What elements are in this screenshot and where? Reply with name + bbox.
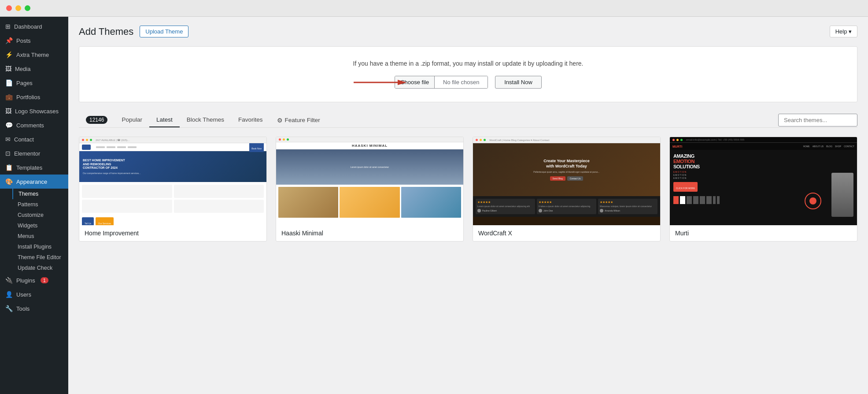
theme-card-murti[interactable]: email:info@example.com | Tel: +55 (45) 5… — [669, 137, 857, 242]
sidebar-item-tools[interactable]: 🔧 Tools — [0, 301, 68, 316]
theme-name-murti: Murti — [670, 225, 857, 241]
mock-dot-yellow-m — [676, 139, 679, 141]
murti-text-emotion: EMOTION — [673, 159, 827, 164]
plugins-badge: 1 — [41, 277, 48, 283]
mock-browser-bar-haaski — [276, 137, 463, 142]
murti-cta-text: CLICK FOR MORE — [676, 187, 695, 190]
mock-browser-bar: 24/7 AVAILABLE | ☎ (315)... — [79, 137, 266, 143]
search-themes-input[interactable] — [778, 114, 857, 126]
maximize-button[interactable] — [25, 5, 30, 11]
submenu-widgets[interactable]: Widgets — [12, 220, 68, 231]
sidebar-item-dashboard[interactable]: ⊞ Dashboard — [0, 19, 68, 33]
sidebar-item-media[interactable]: 🖼 Media — [0, 62, 68, 76]
haaski-thumb-3 — [401, 187, 461, 218]
murti-bar-5 — [700, 196, 705, 204]
sidebar-item-templates[interactable]: 📋 Templates — [0, 160, 68, 175]
sidebar-item-elementor[interactable]: ⊡ Elementor — [0, 146, 68, 160]
wc-avatar-3 — [600, 209, 603, 212]
appearance-icon: 🎨 — [5, 178, 13, 185]
murti-nav-home: HOME — [803, 145, 810, 148]
tab-latest[interactable]: Latest — [149, 113, 180, 127]
murti-bar-7 — [713, 196, 716, 204]
sidebar-item-contact[interactable]: ✉ Contact — [0, 132, 68, 146]
submenu-themes-label: Themes — [18, 191, 38, 197]
wc-card-1-author: Pauline Gilbert — [477, 209, 533, 212]
haaski-hero-text: Lorem ipsum dolor sit amet consectetur — [351, 166, 389, 168]
sidebar-item-comments[interactable]: 💬 Comments — [0, 118, 68, 132]
haaski-thumb-1 — [278, 187, 338, 218]
sidebar-item-logo-showcases[interactable]: 🖼 Logo Showcases — [0, 104, 68, 118]
file-name-placeholder: No file chosen — [435, 76, 488, 88]
mock-dot-red-m — [672, 139, 675, 141]
submenu-customize[interactable]: Customize — [12, 210, 68, 220]
theme-card-haaski[interactable]: HAASKI MINIMAL Lorem ipsum dolor sit ame… — [276, 137, 464, 242]
submenu-theme-file-editor[interactable]: Theme File Editor — [12, 252, 68, 263]
wc-author-1: Pauline Gilbert — [482, 209, 497, 212]
haaski-hero-sub: Lorem ipsum dolor sit amet consectetur — [351, 166, 389, 168]
pages-icon: 📄 — [5, 79, 13, 86]
haaski-hero: Lorem ipsum dolor sit amet consectetur — [276, 149, 463, 185]
haaski-hero-overlay: Lorem ipsum dolor sit amet consectetur — [276, 149, 463, 185]
top-bar: Add Themes Upload Theme Help ▾ — [79, 26, 857, 37]
svg-marker-1 — [398, 80, 406, 85]
submenu-install-plugins[interactable]: Install Plugins — [12, 242, 68, 252]
wc-stars-1: ★★★★★ — [477, 201, 533, 204]
sidebar-item-pages[interactable]: 📄 Pages — [0, 76, 68, 90]
hi-footer-btn1-text: Tell Us — [85, 222, 91, 225]
hi-hero: BEST HOME IMPROVEMENTAND REMODELINGCONTR… — [79, 151, 266, 182]
wc-btn-contact: Contact Us — [567, 176, 584, 181]
file-upload-container: Choose file No file chosen Install Now — [88, 76, 848, 89]
tab-feature-filter-label: Feature Filter — [285, 117, 320, 123]
minimize-button[interactable] — [15, 5, 21, 11]
install-now-button[interactable]: Install Now — [495, 76, 542, 89]
murti-bar-3 — [687, 196, 692, 204]
mock-dot-green-h — [287, 138, 289, 141]
sidebar-label-dashboard: Dashboard — [14, 23, 42, 30]
tab-favorites[interactable]: Favorites — [231, 113, 270, 127]
arrow-svg — [354, 77, 406, 88]
close-button[interactable] — [6, 5, 12, 11]
tab-popular[interactable]: Popular — [115, 113, 149, 127]
theme-card-home-improvement[interactable]: 24/7 AVAILABLE | ☎ (315)... — [79, 137, 267, 242]
submenu-update-check[interactable]: Update Check — [12, 263, 68, 273]
wc-hero-inner: Create Your Masterpiecewith WordCraft To… — [533, 159, 599, 181]
wc-card-3-text: Maecenas volutpat, lorem ipsum dolor sit… — [600, 205, 656, 208]
sidebar-item-plugins[interactable]: 🔌 Plugins 1 — [0, 273, 68, 287]
app-container: ⊞ Dashboard 📌 Posts ⚡ Axtra Theme 🖼 Medi… — [0, 17, 868, 394]
sidebar-item-portfolios[interactable]: 💼 Portfolios — [0, 90, 68, 104]
sidebar-item-appearance[interactable]: 🎨 Appearance — [0, 175, 68, 189]
submenu-menus[interactable]: Menus — [12, 231, 68, 242]
theme-preview-murti: email:info@example.com | Tel: +55 (45) 5… — [670, 137, 857, 225]
theme-preview-haaski: HAASKI MINIMAL Lorem ipsum dolor sit ame… — [276, 137, 463, 225]
submenu-themes[interactable]: Themes — [12, 189, 68, 199]
tab-all[interactable]: 12146 — [79, 113, 115, 127]
sidebar-label-axtra: Axtra Theme — [16, 52, 49, 58]
sidebar-label-contact: Contact — [14, 136, 34, 143]
theme-card-wordcraft[interactable]: WordCraft | Home Blog Categories ▾ About… — [473, 137, 661, 242]
wc-card-1: ★★★★★ Lorem ipsum dolor sit amet consect… — [476, 199, 535, 214]
sidebar-item-posts[interactable]: 📌 Posts — [0, 33, 68, 48]
wc-avatar-1 — [477, 209, 481, 212]
wc-hero: Create Your Masterpiecewith WordCraft To… — [473, 143, 660, 196]
murti-hero: AMAZING EMOTION SOLUTIONS EMOTION EMOTIO… — [670, 150, 857, 220]
hi-hero-title: BEST HOME IMPROVEMENTAND REMODELINGCONTR… — [83, 159, 140, 170]
hi-nav-item-2 — [107, 146, 115, 148]
sidebar-item-axtra-theme[interactable]: ⚡ Axtra Theme — [0, 48, 68, 62]
tab-feature-filter[interactable]: ⚙ Feature Filter — [270, 113, 327, 127]
wc-preview: Create Your Masterpiecewith WordCraft To… — [473, 143, 660, 225]
tab-block-themes[interactable]: Block Themes — [180, 113, 231, 127]
hi-footer-btn1: Tell Us — [82, 217, 94, 225]
hi-preview: Book Now BEST HOME IMPROVEMENTAND REMODE… — [79, 143, 266, 225]
submenu-patterns[interactable]: Patterns — [12, 199, 68, 210]
appearance-submenu: Themes Patterns Customize Widgets Menus … — [0, 189, 68, 273]
upload-theme-button[interactable]: Upload Theme — [140, 26, 188, 37]
help-button[interactable]: Help ▾ — [830, 26, 857, 37]
submenu-theme-file-editor-label: Theme File Editor — [18, 254, 61, 260]
hi-body — [79, 182, 266, 216]
wc-hero-title: Create Your Masterpiecewith WordCraft To… — [533, 159, 599, 169]
sidebar-item-users[interactable]: 👤 Users — [0, 287, 68, 301]
sidebar-label-portfolios: Portfolios — [16, 94, 40, 100]
sidebar-label-plugins: Plugins — [16, 277, 35, 284]
murti-nav-links: HOME ABOUT US BLOG SHOP CONTACT — [803, 145, 854, 148]
title-bar — [0, 0, 868, 17]
